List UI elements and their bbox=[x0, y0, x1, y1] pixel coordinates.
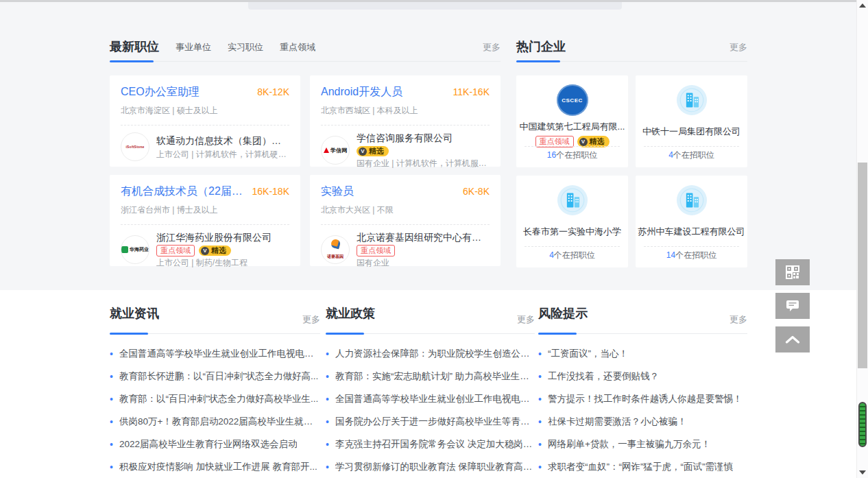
tab-public-institutions[interactable]: 事业单位 bbox=[176, 41, 211, 53]
risk-warning-list: • “工资面议”，当心！ • 工作没找着，还要倒贴钱？ • 警方提示！找工作时条… bbox=[538, 342, 747, 478]
risk-warning-section: 风险提示 更多 • “工资面议”，当心！ • 工作没找着，还要倒贴钱？ • 警方… bbox=[538, 300, 747, 478]
job-card[interactable]: Android开发人员 11K-16K 北京市西城区 | 本科及以上 学信网 学… bbox=[310, 75, 501, 167]
company-name: 中国建筑第七工程局有限... bbox=[516, 121, 628, 133]
news-item[interactable]: • 国务院办公厅关于进一步做好高校毕业生等青年... bbox=[326, 410, 535, 433]
hot-companies-title: 热门企业 bbox=[516, 40, 566, 53]
news-item-text: 供岗80万+！教育部启动2022届高校毕业生就业... bbox=[119, 416, 320, 428]
card-divider bbox=[644, 146, 739, 147]
job-title-link[interactable]: CEO办公室助理 bbox=[121, 85, 252, 99]
news-item[interactable]: • 网络刷单+贷款，一事主被骗九万余元！ bbox=[538, 433, 747, 455]
featured-badge-label: 精选 bbox=[590, 137, 605, 146]
news-item[interactable]: • 教育部：以“百日冲刺”状态全力做好高校毕业生... bbox=[110, 387, 320, 410]
company-tags: 上市公司 | 制药/生物工程 bbox=[156, 259, 289, 267]
job-title-link[interactable]: Android开发人员 bbox=[321, 85, 448, 99]
bullet-icon: • bbox=[538, 462, 542, 473]
job-meta: 北京市海淀区 | 硕士及以上 bbox=[121, 105, 289, 126]
qr-code-button[interactable] bbox=[775, 259, 810, 285]
news-item[interactable]: • 社保卡过期需要激活？小心被骗！ bbox=[538, 410, 747, 433]
news-item-text: 警方提示！找工作时条件越诱人你越是要警惕！ bbox=[548, 393, 743, 405]
bullet-icon: • bbox=[538, 371, 542, 382]
job-card[interactable]: 实验员 6K-8K 北京市大兴区 | 不限 诺赛基因 北京诺赛基因组研究中心有限… bbox=[310, 175, 501, 266]
news-item[interactable]: • 全国普通高等学校毕业生就业创业工作电视电话... bbox=[110, 342, 320, 365]
cscec-logo-text: CSCEC bbox=[562, 97, 583, 104]
feedback-chat-button[interactable] bbox=[775, 293, 810, 319]
employment-policy-list: • 人力资源社会保障部：为职业院校学生创造公平... • 教育部：实施“宏志助航… bbox=[326, 342, 535, 478]
scrollbar-up-arrow-icon[interactable] bbox=[859, 3, 866, 8]
open-positions-count: 14个在招职位 bbox=[636, 250, 747, 261]
news-item[interactable]: • 人力资源社会保障部：为职业院校学生创造公平... bbox=[326, 342, 535, 365]
latest-jobs-more-link[interactable]: 更多 bbox=[483, 41, 501, 53]
news-item-text: 教育部：实施“宏志助航计划” 助力高校毕业生就业 bbox=[335, 370, 535, 383]
scroll-progress-gauge bbox=[858, 402, 867, 447]
news-item[interactable]: • 供岗80万+！教育部启动2022届高校毕业生就业... bbox=[110, 410, 320, 433]
employment-news-list: • 全国普通高等学校毕业生就业创业工作电视电话... • 教育部长怀进鹏：以“百… bbox=[110, 342, 320, 478]
featured-badge: V精选 bbox=[357, 146, 389, 156]
latest-jobs-section: 最新职位 事业单位 实习职位 重点领域 更多 CEO办公室助理 8K-12K 北… bbox=[110, 37, 501, 266]
news-item[interactable]: • 教育部长怀进鹏：以“百日冲刺”状态全力做好高... bbox=[110, 365, 320, 387]
card-divider bbox=[525, 146, 620, 147]
news-item-text: 社保卡过期需要激活？小心被骗！ bbox=[548, 416, 687, 428]
company-name: 苏州中车建设工程有限公司 bbox=[636, 226, 747, 238]
tab-latest-jobs[interactable]: 最新职位 bbox=[110, 40, 159, 53]
news-item-text: 人力资源社会保障部：为职业院校学生创造公平... bbox=[335, 348, 535, 360]
featured-badge-label: 精选 bbox=[211, 246, 226, 255]
featured-v-icon: V bbox=[201, 247, 209, 255]
bullet-icon: • bbox=[538, 348, 542, 359]
company-name: 中铁十一局集团有限公司 bbox=[636, 126, 747, 138]
risk-warning-title: 风险提示 bbox=[538, 307, 588, 320]
news-item[interactable]: • 李克强主持召开国务院常务会议 决定加大稳岗促... bbox=[326, 433, 535, 455]
news-item[interactable]: • 全国普通高等学校毕业生就业创业工作电视电话... bbox=[326, 387, 535, 410]
company-card[interactable]: 苏州中车建设工程有限公司 14个在招职位 bbox=[636, 176, 747, 267]
scrollbar-thumb[interactable] bbox=[858, 163, 867, 368]
news-item[interactable]: • 求职者变“血奴”：“网诈”猛于虎，“面试”需谨慎 bbox=[538, 455, 747, 478]
employment-news-section: 就业资讯 更多 • 全国普通高等学校毕业生就业创业工作电视电话... • 教育部… bbox=[110, 300, 320, 478]
company-logo: 诺赛基因 bbox=[321, 235, 350, 264]
news-item[interactable]: • 积极应对疫情影响 加快就业工作进展 教育部开... bbox=[110, 455, 320, 478]
company-card[interactable]: 长春市第一实验中海小学 4个在招职位 bbox=[516, 176, 628, 267]
news-item-text: 全国普通高等学校毕业生就业创业工作电视电话... bbox=[119, 348, 320, 360]
company-logo: 学信网 bbox=[321, 136, 350, 165]
card-divider bbox=[525, 246, 620, 247]
job-card[interactable]: CEO办公室助理 8K-12K 北京市海淀区 | 硕士及以上 iSoftSton… bbox=[110, 75, 300, 167]
employment-policy-more-link[interactable]: 更多 bbox=[517, 313, 535, 326]
huahai-logo-mark-icon bbox=[121, 246, 128, 253]
news-item[interactable]: • 学习贯彻新修订的职业教育法 保障职业教育高质... bbox=[326, 455, 535, 478]
scrollbar-down-arrow-icon[interactable] bbox=[859, 470, 866, 475]
featured-v-icon: V bbox=[359, 147, 367, 156]
news-item[interactable]: • 教育部：实施“宏志助航计划” 助力高校毕业生就业 bbox=[326, 365, 535, 387]
company-name: 软通动力信息技术（集团）股份有... bbox=[156, 135, 289, 146]
risk-warning-header: 风险提示 更多 bbox=[538, 300, 747, 334]
job-title-link[interactable]: 有机合成技术员（22届博士毕... bbox=[121, 184, 247, 199]
company-name: 学信咨询服务有限公司 bbox=[357, 132, 490, 143]
job-salary: 16K-18K bbox=[252, 186, 289, 197]
news-item-text: 积极应对疫情影响 加快就业工作进展 教育部开... bbox=[119, 461, 317, 473]
building-icon bbox=[557, 184, 588, 216]
news-item-text: 学习贯彻新修订的职业教育法 保障职业教育高质... bbox=[335, 461, 535, 473]
open-positions-count: 16个在招职位 bbox=[516, 150, 628, 161]
tab-key-fields[interactable]: 重点领域 bbox=[280, 41, 315, 53]
news-item[interactable]: • 警方提示！找工作时条件越诱人你越是要警惕！ bbox=[538, 387, 747, 410]
company-card[interactable]: CSCEC 中国建筑第七工程局有限... 重点领域 V精选 16个在招职位 bbox=[516, 75, 628, 167]
employment-news-more-link[interactable]: 更多 bbox=[302, 313, 320, 326]
xuexin-logo-text: 学信网 bbox=[330, 147, 347, 154]
bullet-icon: • bbox=[110, 416, 113, 427]
job-card[interactable]: 有机合成技术员（22届博士毕... 16K-18K 浙江省台州市 | 博士及以上… bbox=[110, 175, 300, 266]
latest-jobs-header: 最新职位 事业单位 实习职位 重点领域 更多 bbox=[110, 37, 501, 62]
back-to-top-button[interactable] bbox=[775, 326, 810, 352]
floating-action-buttons bbox=[775, 259, 810, 360]
news-item[interactable]: • 工作没找着，还要倒贴钱？ bbox=[538, 365, 747, 387]
company-tags: 国有企业 | 计算机软件，计算机服务（系... bbox=[357, 159, 490, 168]
news-item[interactable]: • “工资面议”，当心！ bbox=[538, 342, 747, 365]
tab-internships[interactable]: 实习职位 bbox=[228, 41, 263, 53]
news-item[interactable]: • 2022届高校毕业生教育行业网络双选会启动 bbox=[110, 433, 320, 455]
risk-warning-more-link[interactable]: 更多 bbox=[730, 313, 747, 326]
employment-policy-title: 就业政策 bbox=[326, 307, 375, 320]
company-card[interactable]: 中铁十一局集团有限公司 4个在招职位 bbox=[636, 75, 747, 167]
bullet-icon: • bbox=[326, 416, 329, 427]
bullet-icon: • bbox=[110, 462, 113, 473]
news-item-text: 工作没找着，还要倒贴钱？ bbox=[548, 370, 659, 383]
vertical-scrollbar[interactable] bbox=[856, 0, 868, 478]
job-title-link[interactable]: 实验员 bbox=[321, 184, 457, 199]
bullet-icon: • bbox=[110, 348, 113, 359]
hot-companies-more-link[interactable]: 更多 bbox=[730, 41, 747, 53]
